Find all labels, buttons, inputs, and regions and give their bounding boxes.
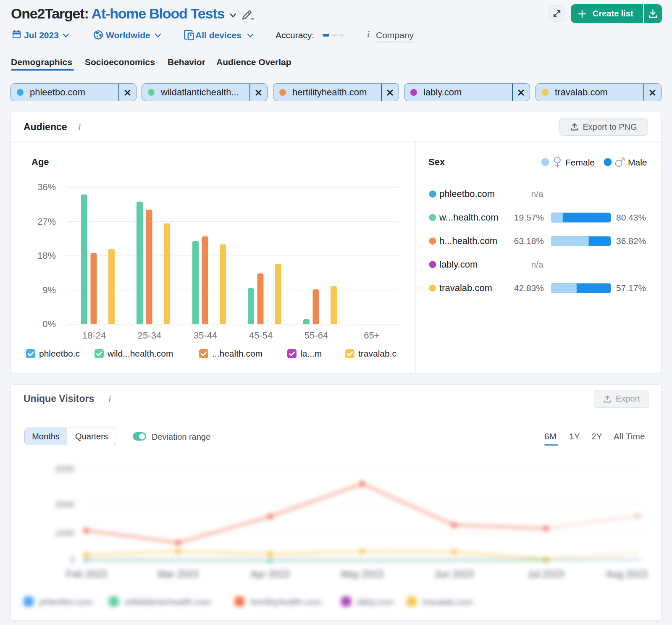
svg-text:lably.com: lably.com bbox=[357, 597, 394, 607]
svg-text:n/a: n/a bbox=[531, 260, 543, 269]
svg-text:42.83%: 42.83% bbox=[514, 283, 544, 293]
svg-text:w...health.com: w...health.com bbox=[439, 212, 499, 223]
svg-text:18-24: 18-24 bbox=[82, 330, 106, 341]
svg-text:36.82%: 36.82% bbox=[616, 236, 646, 246]
svg-text:Jun 2023: Jun 2023 bbox=[434, 569, 474, 580]
svg-text:Aug 2023: Aug 2023 bbox=[606, 569, 647, 580]
svg-text:100K: 100K bbox=[55, 528, 75, 538]
svg-text:wildatlantichealth.com: wildatlantichealth.com bbox=[124, 597, 211, 607]
svg-text:45-54: 45-54 bbox=[249, 330, 273, 341]
svg-text:Sex: Sex bbox=[428, 157, 445, 167]
svg-text:0%: 0% bbox=[42, 319, 56, 329]
svg-text:wild...health.com: wild...health.com bbox=[107, 349, 173, 358]
svg-text:35-44: 35-44 bbox=[194, 330, 217, 341]
svg-text:Feb 2023: Feb 2023 bbox=[66, 569, 107, 580]
svg-text:57.17%: 57.17% bbox=[616, 283, 646, 293]
svg-text:travalab.com: travalab.com bbox=[439, 283, 492, 293]
svg-text:travalab.c: travalab.c bbox=[358, 349, 396, 358]
svg-text:n/a: n/a bbox=[531, 189, 543, 199]
svg-text:May 2023: May 2023 bbox=[341, 569, 383, 580]
svg-text:hertilityhealth.com: hertilityhealth.com bbox=[250, 597, 321, 607]
svg-text:phleetbo.com: phleetbo.com bbox=[39, 597, 92, 607]
svg-text:Male: Male bbox=[628, 158, 647, 167]
svg-text:Apr 2023: Apr 2023 bbox=[250, 569, 289, 580]
svg-text:phleetbo.c: phleetbo.c bbox=[39, 349, 80, 358]
svg-text:0: 0 bbox=[70, 555, 75, 564]
svg-text:Jul 2023: Jul 2023 bbox=[528, 569, 564, 580]
svg-text:h...health.com: h...health.com bbox=[439, 236, 497, 246]
svg-text:Mar 2023: Mar 2023 bbox=[158, 569, 198, 580]
svg-text:65+: 65+ bbox=[364, 330, 379, 341]
svg-text:Age: Age bbox=[32, 157, 49, 167]
svg-text:400K: 400K bbox=[55, 464, 75, 473]
svg-text:19.57%: 19.57% bbox=[514, 213, 544, 222]
svg-text:lably.com: lably.com bbox=[439, 259, 478, 270]
svg-text:55-64: 55-64 bbox=[304, 330, 328, 341]
svg-text:phleetbo.com: phleetbo.com bbox=[439, 189, 495, 199]
svg-text:...health.com: ...health.com bbox=[212, 349, 262, 358]
svg-text:Female: Female bbox=[565, 158, 595, 167]
svg-text:63.18%: 63.18% bbox=[514, 236, 544, 246]
svg-text:36%: 36% bbox=[37, 182, 56, 192]
svg-text:travalab.com: travalab.com bbox=[423, 597, 473, 607]
svg-text:9%: 9% bbox=[42, 285, 56, 295]
svg-text:25-34: 25-34 bbox=[138, 330, 161, 341]
svg-text:200K: 200K bbox=[55, 500, 75, 509]
svg-text:la...m: la...m bbox=[300, 349, 322, 358]
svg-text:18%: 18% bbox=[37, 250, 56, 261]
svg-text:80.43%: 80.43% bbox=[616, 213, 646, 222]
svg-text:27%: 27% bbox=[37, 216, 56, 227]
